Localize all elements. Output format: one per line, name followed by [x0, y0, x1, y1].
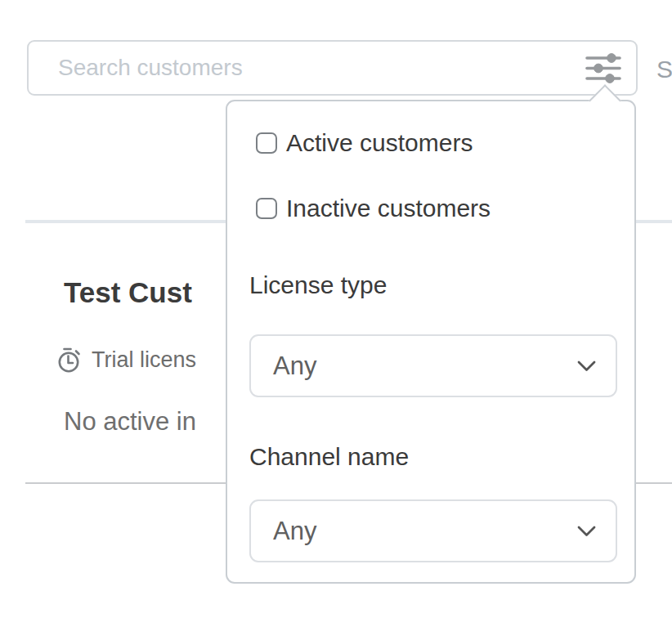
- customer-title: Test Cust: [64, 276, 192, 309]
- license-type-label: License type: [249, 271, 387, 299]
- stopwatch-icon: [56, 347, 82, 374]
- active-customers-checkbox-row[interactable]: Active customers: [256, 127, 473, 159]
- license-type-select-value: Any: [273, 352, 577, 381]
- search-input[interactable]: [27, 40, 638, 96]
- license-type-select[interactable]: Any: [249, 334, 617, 397]
- channel-name-label: Channel name: [249, 443, 409, 471]
- customer-license-row: Trial licens: [56, 347, 196, 374]
- truncated-header-text: S: [656, 56, 672, 83]
- active-customers-checkbox[interactable]: [256, 132, 277, 154]
- checkbox-label: Inactive customers: [286, 195, 491, 222]
- customer-status-text: No active in: [64, 407, 196, 437]
- checkbox-label: Active customers: [286, 129, 473, 157]
- chevron-down-icon: [577, 526, 596, 537]
- filter-popover: Active customers Inactive customers Lice…: [226, 100, 636, 584]
- channel-name-select-value: Any: [273, 517, 577, 546]
- channel-name-select[interactable]: Any: [249, 499, 617, 562]
- inactive-customers-checkbox-row[interactable]: Inactive customers: [256, 192, 491, 225]
- customer-license-text: Trial licens: [92, 347, 196, 373]
- inactive-customers-checkbox[interactable]: [256, 198, 277, 219]
- filter-button[interactable]: [579, 47, 628, 90]
- chevron-down-icon: [577, 360, 596, 372]
- sliders-icon: [585, 52, 621, 84]
